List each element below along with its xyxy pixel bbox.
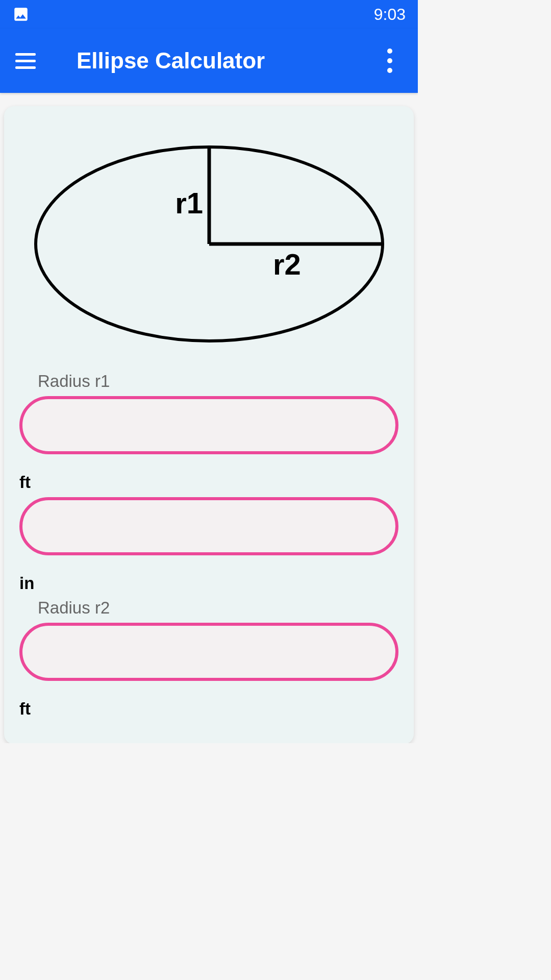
in-unit-block: in — [19, 574, 398, 593]
r2-label: r2 — [273, 248, 301, 281]
in-label-1: in — [19, 574, 398, 593]
radius-r1-input[interactable] — [19, 396, 398, 454]
r1-label: r1 — [175, 186, 203, 219]
radius-r1-group: Radius r1 — [19, 372, 398, 454]
ellipse-svg: r1 r2 — [31, 142, 388, 346]
app-title: Ellipse Calculator — [77, 48, 265, 74]
status-time: 9:03 — [374, 5, 406, 24]
ft-unit-block-2: ft — [19, 699, 398, 719]
ft-value-group — [19, 497, 398, 555]
image-icon — [12, 6, 30, 23]
content-area: r1 r2 Radius r1 ft in Radius r2 — [0, 106, 418, 743]
radius-r1-label: Radius r1 — [38, 372, 398, 391]
hamburger-menu-icon[interactable] — [15, 53, 36, 69]
kebab-menu-icon[interactable] — [382, 43, 397, 78]
ellipse-diagram: r1 r2 — [19, 137, 398, 351]
ft-label-2: ft — [19, 699, 398, 719]
radius-r2-label: Radius r2 — [38, 598, 398, 618]
ft-unit-block: ft — [19, 473, 398, 492]
calculator-card: r1 r2 Radius r1 ft in Radius r2 — [4, 106, 414, 743]
form-section: Radius r1 ft in Radius r2 ft — [19, 372, 398, 719]
radius-r2-group: Radius r2 — [19, 598, 398, 681]
status-left — [12, 6, 30, 23]
ft-label-1: ft — [19, 473, 398, 492]
app-bar: Ellipse Calculator — [0, 29, 418, 93]
radius-r2-input[interactable] — [19, 623, 398, 681]
status-bar: 9:03 — [0, 0, 418, 29]
ft-value-input[interactable] — [19, 497, 398, 555]
